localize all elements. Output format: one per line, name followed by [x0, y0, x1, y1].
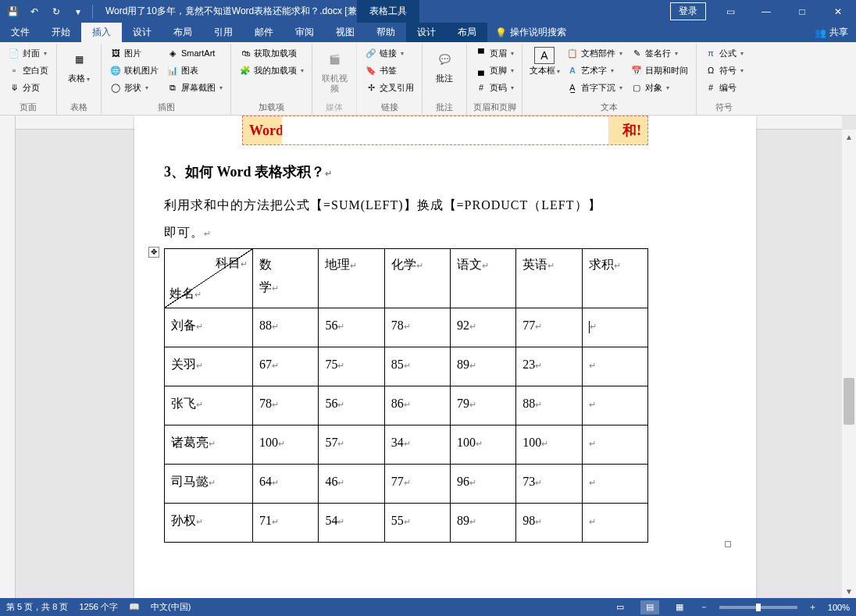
table-cell[interactable]: 64↵: [253, 465, 319, 504]
zoom-out-button[interactable]: －: [700, 601, 708, 613]
tab-layout[interactable]: 布局: [162, 23, 203, 42]
undo-button[interactable]: ↶: [25, 2, 44, 21]
tab-table-layout[interactable]: 布局: [447, 23, 487, 42]
ribbon-display-button[interactable]: ▭: [712, 0, 748, 23]
my-addins-button[interactable]: 🧩我的加载项▾: [236, 62, 307, 78]
comment-button[interactable]: 💬批注: [427, 44, 462, 87]
table-cell[interactable]: 86↵: [384, 386, 450, 426]
table-cell[interactable]: 85↵: [384, 347, 450, 386]
table-cell[interactable]: 23↵: [516, 347, 582, 386]
share-button[interactable]: 👥共享: [807, 23, 856, 42]
table-cell[interactable]: 57↵: [319, 426, 384, 465]
tab-design[interactable]: 设计: [122, 23, 162, 42]
table-cell[interactable]: 92↵: [451, 308, 516, 347]
link-button[interactable]: 🔗链接▾: [362, 45, 417, 61]
table-cell[interactable]: 88↵: [253, 308, 319, 347]
cover-page-button[interactable]: 📄封面▾: [5, 45, 52, 61]
table-cell[interactable]: 79↵: [451, 386, 516, 426]
tab-home[interactable]: 开始: [41, 23, 81, 42]
page-indicator[interactable]: 第 5 页，共 8 页: [6, 601, 68, 613]
tab-view[interactable]: 视图: [325, 23, 366, 42]
table-cell[interactable]: 100↵: [253, 426, 319, 465]
row-name[interactable]: 司马懿↵: [165, 465, 253, 504]
web-layout-button[interactable]: ▦: [670, 600, 689, 614]
table-cell[interactable]: 46↵: [319, 465, 384, 504]
table-cell[interactable]: ↵: [582, 308, 647, 347]
table-cell[interactable]: 78↵: [384, 308, 450, 347]
crossref-button[interactable]: ✢交叉引用: [362, 80, 417, 95]
table-cell[interactable]: 56↵: [319, 308, 384, 347]
table-cell[interactable]: ↵: [582, 465, 647, 504]
close-button[interactable]: ✕: [820, 0, 856, 23]
table-cell[interactable]: 88↵: [516, 386, 582, 426]
language-indicator[interactable]: 中文(中国): [151, 601, 191, 613]
footer-button[interactable]: ▄页脚▾: [472, 62, 517, 78]
header-button[interactable]: ▀页眉▾: [472, 45, 517, 61]
row-name[interactable]: 张飞↵: [165, 386, 253, 426]
word-count[interactable]: 1256 个字: [79, 601, 118, 613]
table-cell[interactable]: 89↵: [451, 347, 516, 386]
table-cell[interactable]: 73↵: [516, 465, 582, 504]
page-break-button[interactable]: ⤋分页: [5, 80, 52, 95]
maximize-button[interactable]: □: [784, 0, 820, 23]
document-page[interactable]: Word 用 和! 3、如何 Word 表格求积？↵ 利用求和中的方法把公式【=…: [134, 116, 756, 598]
row-name[interactable]: 孙权↵: [165, 504, 253, 543]
blank-page-button[interactable]: ▫空白页: [5, 62, 52, 78]
table-cell[interactable]: 78↵: [253, 386, 319, 426]
table-cell[interactable]: 34↵: [384, 426, 450, 465]
scroll-track[interactable]: [842, 144, 856, 584]
table-cell[interactable]: 77↵: [516, 308, 582, 347]
row-name[interactable]: 刘备↵: [165, 308, 253, 347]
table-row[interactable]: 诸葛亮↵100↵57↵34↵100↵100↵↵: [165, 426, 648, 465]
table-cell[interactable]: 98↵: [516, 504, 582, 543]
object-button[interactable]: ▢对象▾: [627, 80, 691, 95]
qat-customize[interactable]: ▾: [69, 2, 87, 21]
table-cell[interactable]: 100↵: [451, 426, 516, 465]
table-cell[interactable]: 54↵: [319, 504, 384, 543]
login-button[interactable]: 登录: [670, 2, 706, 20]
scroll-thumb[interactable]: [844, 378, 854, 425]
table-cell[interactable]: 55↵: [384, 504, 450, 543]
table-cell[interactable]: 96↵: [451, 465, 516, 504]
number-button[interactable]: #编号: [701, 80, 747, 95]
table-row[interactable]: 孙权↵71↵54↵55↵89↵98↵↵: [165, 504, 648, 543]
zoom-in-button[interactable]: ＋: [808, 601, 817, 613]
tab-help[interactable]: 帮助: [366, 23, 406, 42]
dropcap-button[interactable]: A̲首字下沉▾: [563, 80, 626, 95]
table-resize-handle[interactable]: [725, 541, 731, 547]
table-move-handle[interactable]: ✥: [148, 247, 159, 258]
vertical-scrollbar[interactable]: ▲ ▼: [842, 130, 856, 598]
shapes-button[interactable]: ◯形状▾: [106, 80, 162, 95]
table-cell[interactable]: 71↵: [253, 504, 319, 543]
tab-references[interactable]: 引用: [203, 23, 244, 42]
tab-mailings[interactable]: 邮件: [244, 23, 284, 42]
pagenum-button[interactable]: #页码▾: [472, 80, 517, 95]
zoom-level[interactable]: 100%: [828, 603, 850, 612]
textbox-button[interactable]: A文本框▾: [527, 44, 562, 79]
table-cell[interactable]: ↵: [582, 386, 647, 426]
zoom-slider[interactable]: [719, 606, 797, 609]
online-pictures-button[interactable]: 🌐联机图片: [106, 62, 162, 78]
bookmark-button[interactable]: 🔖书签: [362, 62, 417, 78]
table-cell[interactable]: 89↵: [451, 504, 516, 543]
print-layout-button[interactable]: ▤: [640, 600, 659, 614]
zoom-thumb[interactable]: [756, 604, 761, 611]
row-name[interactable]: 诸葛亮↵: [165, 426, 253, 465]
wordart-button[interactable]: A艺术字▾: [563, 62, 626, 78]
table-row[interactable]: 关羽↵67↵75↵85↵89↵23↵↵: [165, 347, 648, 386]
table-cell[interactable]: 77↵: [384, 465, 450, 504]
table-cell[interactable]: ↵: [582, 347, 647, 386]
read-mode-button[interactable]: ▭: [611, 600, 630, 614]
spellcheck-icon[interactable]: 📖: [129, 602, 140, 612]
chart-button[interactable]: 📊图表: [163, 62, 226, 78]
table-row[interactable]: 刘备↵88↵56↵78↵92↵77↵↵: [165, 308, 648, 347]
get-addins-button[interactable]: 🛍获取加载项: [236, 45, 307, 61]
table-cell[interactable]: 100↵: [516, 426, 582, 465]
tell-me[interactable]: 💡操作说明搜索: [487, 23, 574, 42]
pictures-button[interactable]: 🖼图片: [106, 45, 162, 61]
tab-review[interactable]: 审阅: [284, 23, 325, 42]
autosave-icon[interactable]: 💾: [3, 2, 22, 21]
row-name[interactable]: 关羽↵: [165, 347, 253, 386]
screenshot-button[interactable]: ⧉屏幕截图▾: [163, 80, 226, 95]
table-cell[interactable]: ↵: [582, 504, 647, 543]
